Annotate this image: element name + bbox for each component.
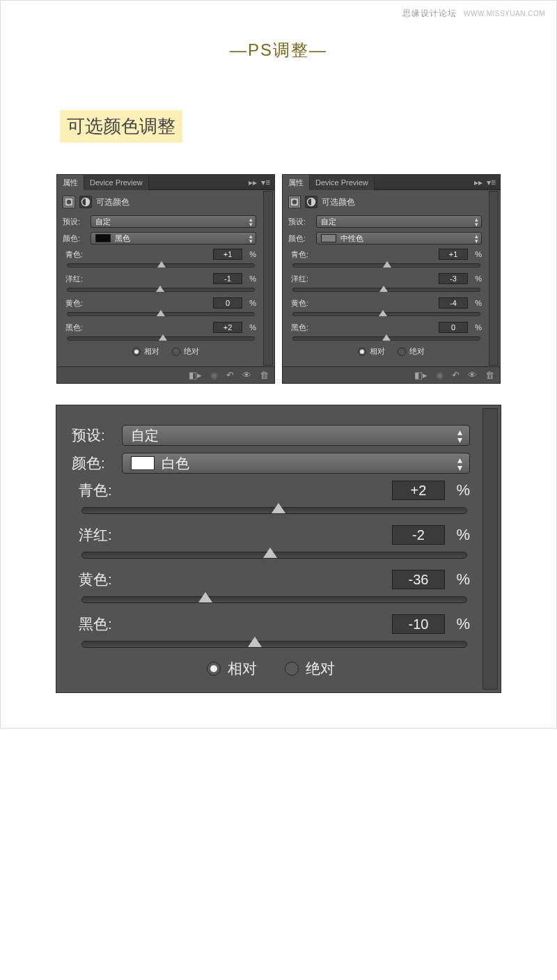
mode-relative[interactable]: 相对 bbox=[358, 346, 385, 357]
yellow-slider[interactable] bbox=[67, 312, 255, 316]
yellow-slider[interactable] bbox=[292, 312, 480, 316]
color-select[interactable]: 黑色 ▴▾ bbox=[91, 232, 256, 244]
collapse-icon[interactable]: ▸▸ bbox=[474, 178, 483, 187]
magenta-slider[interactable] bbox=[292, 288, 480, 292]
mask-icon[interactable] bbox=[63, 196, 75, 208]
preset-value: 自定 bbox=[131, 426, 159, 445]
adjustment-icon[interactable] bbox=[305, 196, 317, 208]
visibility-icon[interactable]: 👁 bbox=[242, 370, 251, 380]
scrollbar[interactable] bbox=[263, 191, 273, 366]
black-label: 黑色: bbox=[65, 322, 213, 333]
scrollbar[interactable] bbox=[483, 408, 498, 690]
cyan-label: 青色: bbox=[65, 249, 213, 260]
black-slider[interactable] bbox=[67, 336, 255, 341]
yellow-value[interactable]: -36 bbox=[392, 570, 445, 589]
adjustment-icon[interactable] bbox=[79, 196, 92, 208]
magenta-slider[interactable] bbox=[81, 552, 467, 559]
magenta-value[interactable]: -1 bbox=[213, 273, 242, 284]
panel-menu-icon[interactable]: ▾≡ bbox=[487, 178, 496, 187]
cyan-value[interactable]: +2 bbox=[392, 481, 445, 500]
black-value[interactable]: 0 bbox=[439, 322, 468, 333]
color-label: 颜色: bbox=[288, 233, 312, 244]
color-select[interactable]: 中性色 ▴▾ bbox=[316, 232, 482, 244]
radio-on-icon bbox=[358, 348, 366, 356]
tab-properties[interactable]: 属性 bbox=[57, 175, 84, 190]
tab-properties[interactable]: 属性 bbox=[283, 175, 310, 190]
dropdown-arrows-icon: ▴▾ bbox=[475, 217, 478, 227]
color-swatch bbox=[95, 234, 111, 242]
page-title: —PS调整— bbox=[1, 39, 556, 61]
cyan-label: 青色: bbox=[291, 249, 439, 260]
view-previous-icon[interactable]: ◉ bbox=[210, 370, 218, 380]
dropdown-arrows-icon: ▴▾ bbox=[249, 217, 253, 227]
black-slider[interactable] bbox=[81, 641, 467, 648]
mode-radio-group: 相对 绝对 bbox=[63, 346, 269, 357]
preset-select[interactable]: 自定 ▴▾ bbox=[91, 215, 256, 228]
preset-select[interactable]: 自定 ▴▾ bbox=[316, 215, 482, 228]
preset-label: 预设: bbox=[63, 217, 86, 227]
yellow-value[interactable]: -4 bbox=[439, 297, 468, 309]
clip-icon[interactable]: ◧▸ bbox=[414, 370, 427, 380]
color-swatch bbox=[321, 234, 336, 242]
mode-absolute[interactable]: 绝对 bbox=[398, 346, 425, 357]
yellow-slider[interactable] bbox=[81, 596, 467, 603]
dropdown-arrows-icon: ▴▾ bbox=[249, 234, 253, 244]
mask-icon[interactable] bbox=[288, 196, 301, 208]
panel-tabbar: 属性 Device Preview ▸▸ ▾≡ bbox=[57, 175, 274, 190]
magenta-value[interactable]: -2 bbox=[392, 525, 445, 545]
collapse-icon[interactable]: ▸▸ bbox=[249, 178, 257, 187]
view-previous-icon[interactable]: ◉ bbox=[436, 370, 444, 380]
percent-label: % bbox=[242, 323, 256, 332]
radio-on-icon bbox=[132, 348, 141, 356]
trash-icon[interactable]: 🗑 bbox=[260, 370, 269, 380]
magenta-label: 洋红: bbox=[291, 274, 439, 284]
magenta-slider[interactable] bbox=[67, 288, 255, 292]
black-value[interactable]: +2 bbox=[213, 322, 242, 333]
cyan-value[interactable]: +1 bbox=[213, 249, 242, 260]
reset-icon[interactable]: ↶ bbox=[226, 370, 234, 380]
black-value[interactable]: -10 bbox=[392, 614, 445, 634]
mode-radio-group: 相对 绝对 bbox=[72, 659, 491, 678]
mode-radio-group: 相对 绝对 bbox=[288, 346, 494, 357]
magenta-label: 洋红: bbox=[65, 274, 213, 284]
clip-icon[interactable]: ◧▸ bbox=[189, 370, 202, 380]
panel-tabbar: 属性 Device Preview ▸▸ ▾≡ bbox=[283, 175, 500, 190]
reset-icon[interactable]: ↶ bbox=[452, 370, 460, 380]
cyan-slider[interactable] bbox=[81, 507, 467, 514]
mode-relative[interactable]: 相对 bbox=[207, 659, 257, 678]
preset-select[interactable]: 自定 ▴▾ bbox=[122, 425, 470, 446]
mode-absolute[interactable]: 绝对 bbox=[172, 346, 199, 357]
black-slider[interactable] bbox=[292, 336, 480, 341]
visibility-icon[interactable]: 👁 bbox=[468, 370, 477, 380]
dropdown-arrows-icon: ▴▾ bbox=[457, 428, 462, 444]
panel-menu-icon[interactable]: ▾≡ bbox=[261, 178, 270, 187]
preset-value: 自定 bbox=[95, 217, 111, 227]
preset-label: 预设: bbox=[288, 217, 312, 227]
tab-device-preview[interactable]: Device Preview bbox=[310, 175, 375, 190]
selective-color-panel-white: 预设: 自定 ▴▾ 颜色: 白色 ▴▾ 青色: +2 % 洋红: -2 % 黄色… bbox=[56, 405, 501, 693]
cyan-value[interactable]: +1 bbox=[439, 249, 468, 260]
color-select[interactable]: 白色 ▴▾ bbox=[122, 453, 470, 474]
magenta-value[interactable]: -3 bbox=[439, 273, 468, 284]
color-value: 黑色 bbox=[115, 233, 130, 244]
cyan-slider[interactable] bbox=[292, 263, 480, 267]
scrollbar[interactable] bbox=[489, 191, 499, 366]
black-label: 黑色: bbox=[79, 614, 392, 634]
color-value: 白色 bbox=[162, 454, 189, 473]
svg-point-1 bbox=[67, 200, 71, 204]
radio-off-icon bbox=[172, 348, 180, 356]
yellow-label: 黄色: bbox=[65, 298, 213, 309]
mode-absolute[interactable]: 绝对 bbox=[285, 659, 335, 678]
trash-icon[interactable]: 🗑 bbox=[485, 370, 494, 380]
selective-color-panel-neutral: 属性 Device Preview ▸▸ ▾≡ 可选颜色 预设: bbox=[282, 174, 501, 384]
cyan-slider[interactable] bbox=[67, 263, 255, 267]
yellow-value[interactable]: 0 bbox=[213, 297, 242, 309]
preset-label: 预设: bbox=[72, 426, 113, 445]
color-label: 颜色: bbox=[72, 453, 113, 473]
mode-relative[interactable]: 相对 bbox=[132, 346, 159, 357]
cyan-label: 青色: bbox=[79, 481, 392, 500]
dropdown-arrows-icon: ▴▾ bbox=[475, 234, 478, 244]
dropdown-arrows-icon: ▴▾ bbox=[457, 456, 462, 472]
preset-value: 自定 bbox=[321, 217, 336, 227]
tab-device-preview[interactable]: Device Preview bbox=[84, 175, 149, 190]
